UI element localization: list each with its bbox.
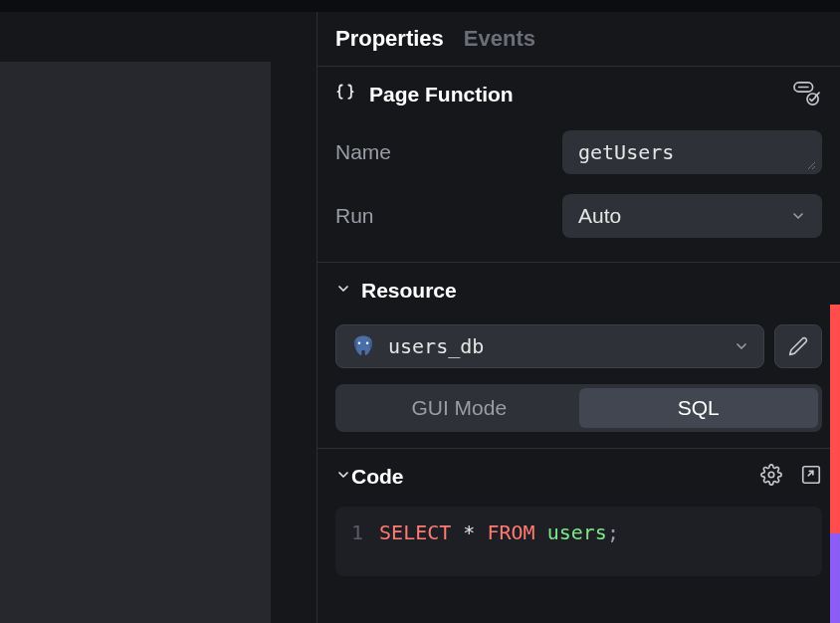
right-edge-stripe xyxy=(830,12,840,623)
name-label: Name xyxy=(335,140,544,164)
code-token-select: SELECT xyxy=(379,520,451,544)
code-editor[interactable]: 1SELECT * FROM users; xyxy=(335,507,822,576)
resource-title: Resource xyxy=(361,279,457,303)
gear-icon[interactable] xyxy=(760,464,782,490)
chevron-down-icon xyxy=(335,467,351,487)
run-label: Run xyxy=(335,204,544,228)
resource-name: users_db xyxy=(388,334,722,358)
resource-section: Resource users_db xyxy=(317,263,840,449)
canvas-panel xyxy=(0,12,316,623)
page-function-title: Page Function xyxy=(369,83,514,106)
run-row: Run Auto xyxy=(317,184,840,248)
mode-sql-button[interactable]: SQL xyxy=(579,388,819,428)
edit-resource-button[interactable] xyxy=(774,324,822,368)
svg-point-7 xyxy=(768,472,774,478)
svg-point-5 xyxy=(358,342,360,344)
code-token-star: * xyxy=(463,520,475,544)
resource-select[interactable]: users_db xyxy=(335,324,764,368)
pencil-icon xyxy=(788,336,808,356)
tab-properties[interactable]: Properties xyxy=(335,26,444,52)
stripe-purple xyxy=(830,533,840,623)
code-title: Code xyxy=(351,465,404,489)
chevron-down-icon xyxy=(734,338,749,354)
mode-gui-button[interactable]: GUI Mode xyxy=(339,388,579,428)
svg-point-6 xyxy=(366,342,368,344)
name-row: Name xyxy=(317,120,840,184)
run-value: Auto xyxy=(578,204,621,228)
code-token-table: users xyxy=(547,520,607,544)
stripe-red xyxy=(830,305,840,533)
run-select[interactable]: Auto xyxy=(562,194,822,238)
line-number: 1 xyxy=(351,520,363,544)
link-settings-icon[interactable] xyxy=(792,81,822,110)
tab-events[interactable]: Events xyxy=(464,26,535,52)
page-function-header: Page Function xyxy=(317,67,840,120)
inspector-panel: Properties Events Page Function xyxy=(316,12,840,623)
code-section: Code xyxy=(317,449,840,576)
expand-icon[interactable] xyxy=(800,464,822,490)
code-token-semi: ; xyxy=(607,520,619,544)
chevron-down-icon xyxy=(790,208,806,224)
postgres-icon xyxy=(350,333,376,359)
name-input[interactable] xyxy=(562,130,822,174)
canvas-inner xyxy=(0,62,271,623)
resource-header[interactable]: Resource xyxy=(317,263,840,316)
chevron-down-icon xyxy=(335,281,351,301)
inspector-tabs: Properties Events xyxy=(317,12,840,67)
code-header[interactable]: Code xyxy=(317,449,840,503)
code-token-from: FROM xyxy=(487,520,534,544)
braces-icon xyxy=(335,83,355,106)
mode-toggle: GUI Mode SQL xyxy=(335,384,822,432)
svg-rect-8 xyxy=(803,467,820,484)
resource-row: users_db xyxy=(317,316,840,378)
page-function-section: Page Function Name xyxy=(317,67,840,263)
